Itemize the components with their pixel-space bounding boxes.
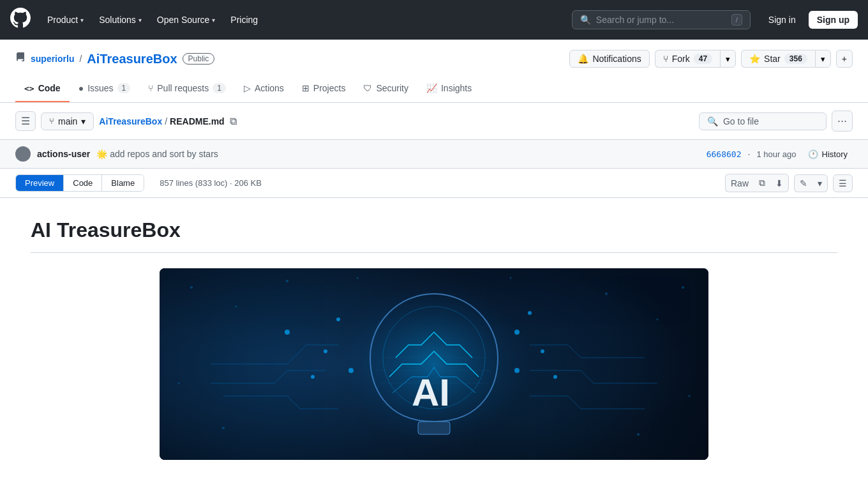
- insights-icon: 📈: [426, 83, 437, 93]
- edit-more-button[interactable]: ▾: [812, 174, 828, 192]
- tab-actions[interactable]: ▷ Actions: [235, 75, 293, 102]
- star-group: ⭐ Star 356 ▾: [741, 50, 831, 68]
- chevron-down-icon: ▾: [212, 17, 215, 24]
- avatar: [15, 146, 31, 162]
- tab-security[interactable]: 🛡 Security: [354, 75, 417, 102]
- edit-button[interactable]: ✎: [794, 174, 812, 192]
- edit-actions-group: ✎ ▾: [794, 174, 828, 192]
- tab-code[interactable]: <> Code: [15, 75, 70, 102]
- commit-row: actions-user 🌟 add repos and sort by sta…: [0, 140, 868, 169]
- commit-username[interactable]: actions-user: [37, 149, 90, 159]
- commit-hash[interactable]: 6668602: [707, 149, 742, 159]
- tab-code-view[interactable]: Code: [64, 175, 102, 191]
- tab-issues[interactable]: ● Issues 1: [70, 75, 140, 102]
- chevron-down-icon: ▾: [81, 116, 86, 126]
- nav-open-source[interactable]: Open Source ▾: [151, 10, 222, 30]
- commit-message: 🌟 add repos and sort by stars: [96, 149, 700, 159]
- nav-product[interactable]: Product ▾: [41, 10, 90, 30]
- nav-items: Product ▾ Solutions ▾ Open Source ▾ Pric…: [41, 10, 562, 30]
- fork-group: ⑂ Fork 47 ▾: [655, 50, 736, 68]
- star-button[interactable]: ⭐ Star 356: [741, 50, 815, 68]
- top-navigation: Product ▾ Solutions ▾ Open Source ▾ Pric…: [0, 0, 868, 40]
- copy-raw-button[interactable]: ⧉: [754, 174, 770, 192]
- readme-title: AI TreasureBox: [31, 218, 837, 253]
- search-icon: 🔍: [580, 15, 591, 25]
- pr-icon: ⑂: [148, 83, 153, 93]
- search-icon: 🔍: [707, 116, 718, 126]
- file-actions: Raw ⧉ ⬇ ✎ ▾ ☰: [725, 174, 853, 192]
- star-dropdown-button[interactable]: ▾: [815, 50, 831, 68]
- issue-icon: ●: [79, 83, 84, 93]
- nav-pricing[interactable]: Pricing: [224, 10, 264, 30]
- fork-dropdown-button[interactable]: ▾: [720, 50, 736, 68]
- breadcrumb-file: README.md: [170, 116, 225, 126]
- copy-path-button[interactable]: ⧉: [227, 113, 239, 130]
- breadcrumb-repo-link[interactable]: AiTreasureBox: [99, 116, 162, 126]
- view-toolbar: Preview Code Blame 857 lines (833 loc) ·…: [0, 169, 868, 198]
- repo-icon: [15, 52, 26, 66]
- chevron-down-icon: ▾: [80, 17, 84, 24]
- history-button[interactable]: 🕐 History: [803, 147, 853, 162]
- search-bar[interactable]: 🔍 /: [572, 10, 751, 29]
- download-icon: ⬇: [775, 178, 783, 188]
- commit-time: 1 hour ago: [756, 149, 796, 159]
- download-button[interactable]: ⬇: [770, 174, 789, 192]
- sign-up-button[interactable]: Sign up: [809, 11, 858, 29]
- fork-button[interactable]: ⑂ Fork 47: [655, 50, 720, 68]
- visibility-badge: Public: [183, 53, 215, 65]
- notifications-button[interactable]: 🔔 Notifications: [569, 50, 649, 68]
- breadcrumb: AiTreasureBox / README.md ⧉: [99, 113, 694, 130]
- readme-content: AI TreasureBox: [0, 198, 868, 488]
- sign-in-button[interactable]: Sign in: [761, 11, 804, 29]
- repo-tabs: <> Code ● Issues 1 ⑂ Pull requests 1 ▷ A…: [15, 75, 853, 102]
- toc-button[interactable]: ☰: [833, 174, 853, 192]
- list-icon: ☰: [839, 178, 847, 188]
- copy-icon: ⧉: [759, 178, 765, 188]
- repo-action-buttons: 🔔 Notifications ⑂ Fork 47 ▾ ⭐ St: [569, 50, 853, 68]
- auth-buttons: Sign in Sign up: [761, 11, 858, 29]
- view-tab-group: Preview Code Blame: [15, 174, 144, 192]
- tab-preview[interactable]: Preview: [16, 175, 64, 191]
- shield-icon: 🛡: [363, 83, 372, 93]
- tab-pull-requests[interactable]: ⑂ Pull requests 1: [139, 75, 235, 102]
- tab-projects[interactable]: ⊞ Projects: [293, 75, 355, 102]
- sidebar-icon: ☰: [21, 115, 30, 127]
- actions-icon: ▷: [244, 83, 251, 93]
- file-toolbar: ☰ ⑂ main ▾ AiTreasureBox / README.md ⧉ 🔍…: [0, 103, 868, 140]
- file-meta: 857 lines (833 loc) · 206 KB: [160, 178, 720, 188]
- sidebar-toggle-button[interactable]: ☰: [15, 111, 36, 131]
- repo-owner-link[interactable]: superiorlu: [31, 54, 74, 64]
- go-to-file-button[interactable]: 🔍 Go to file: [699, 112, 827, 130]
- raw-button[interactable]: Raw: [725, 174, 754, 192]
- fork-icon: ⑂: [663, 54, 668, 64]
- projects-icon: ⊞: [302, 83, 310, 93]
- star-icon: ⭐: [749, 54, 760, 64]
- more-options-button[interactable]: ···: [832, 111, 853, 132]
- edit-icon: ✎: [800, 178, 807, 188]
- repo-more-button[interactable]: +: [836, 50, 853, 68]
- raw-actions-group: Raw ⧉ ⬇: [725, 174, 789, 192]
- bell-icon: 🔔: [578, 54, 588, 64]
- chevron-down-icon: ▾: [138, 17, 142, 24]
- history-icon: 🕐: [808, 149, 818, 159]
- code-icon: <>: [24, 84, 34, 93]
- repo-name-link[interactable]: AiTreasureBox: [87, 52, 177, 66]
- branch-selector[interactable]: ⑂ main ▾: [41, 112, 94, 130]
- github-logo[interactable]: [10, 8, 31, 33]
- chevron-down-icon: ▾: [818, 178, 822, 188]
- repo-header: superiorlu / AiTreasureBox Public 🔔 Noti…: [0, 40, 868, 103]
- search-input[interactable]: [596, 15, 726, 25]
- tab-insights[interactable]: 📈 Insights: [417, 75, 481, 102]
- nav-solutions[interactable]: Solutions ▾: [93, 10, 148, 30]
- hero-image: AI: [160, 268, 708, 460]
- branch-icon: ⑂: [49, 116, 54, 126]
- readme-image: AI: [31, 268, 837, 460]
- tab-blame[interactable]: Blame: [102, 175, 144, 191]
- keyboard-shortcut: /: [731, 14, 742, 26]
